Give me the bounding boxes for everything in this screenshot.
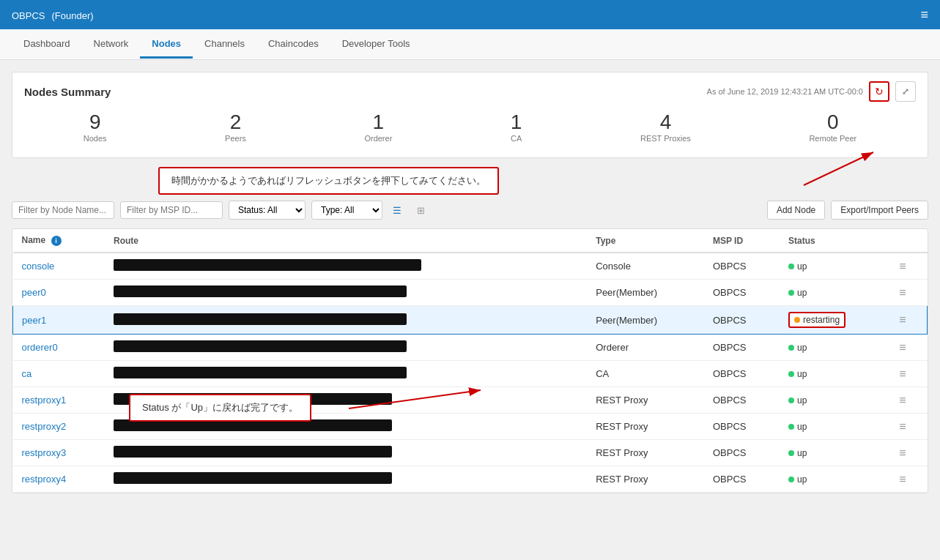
expand-icon: ⤢ — [902, 86, 909, 97]
stat-ca-label: CA — [511, 134, 522, 143]
col-msp-id: MSP ID — [704, 229, 780, 253]
status-text: up — [797, 369, 807, 379]
node-name-link[interactable]: console — [22, 261, 55, 272]
col-route: Route — [105, 229, 587, 253]
node-msp-id: OBPCS — [704, 361, 780, 387]
route-bar — [114, 259, 421, 271]
status-dot — [788, 477, 794, 482]
node-type: Peer(Member) — [587, 280, 704, 306]
stat-orderer-value: 1 — [373, 111, 385, 134]
node-name-link[interactable]: orderer0 — [22, 342, 58, 353]
stat-rest-proxies-value: 4 — [660, 111, 672, 134]
callout-refresh: 時間がかかるようであればリフレッシュボタンを押下してみてください。 — [158, 167, 499, 195]
node-msp-id: OBPCS — [704, 440, 780, 466]
header: OBPCS (Founder) ≡ — [0, 0, 940, 29]
expand-button[interactable]: ⤢ — [895, 81, 916, 102]
row-menu-icon[interactable]: ≡ — [899, 420, 906, 433]
col-status: Status — [780, 229, 890, 253]
status-badge-restarting: restarting — [788, 312, 845, 328]
row-menu-icon[interactable]: ≡ — [899, 473, 906, 485]
status-badge-up: up — [788, 474, 807, 485]
col-actions — [890, 229, 927, 253]
row-menu-icon[interactable]: ≡ — [899, 341, 906, 354]
nodes-table: Name i Route Type MSP ID Status consoleC… — [12, 229, 928, 493]
nav-item-network[interactable]: Network — [82, 31, 141, 59]
filter-type-select[interactable]: Type: All — [311, 201, 382, 220]
status-badge-up: up — [788, 343, 807, 353]
table-row: peer0Peer(Member)OBPCS up ≡ — [13, 280, 928, 306]
status-dot — [788, 264, 794, 269]
callout-status: Status が「Up」に戻れば完了です。 — [129, 394, 311, 422]
table-body: consoleConsoleOBPCS up ≡peer0Peer(Member… — [13, 253, 928, 493]
refresh-icon: ↻ — [875, 86, 884, 97]
filter-node-name-input[interactable] — [12, 201, 114, 219]
main-content: Nodes Summary As of June 12, 2019 12:43:… — [0, 60, 940, 505]
nav-item-nodes[interactable]: Nodes — [140, 31, 193, 59]
status-text: up — [797, 395, 807, 406]
stat-ca: 1 CA — [511, 111, 522, 143]
node-name-link[interactable]: peer1 — [22, 315, 46, 326]
header-brand: OBPCS (Founder) — [12, 7, 94, 23]
table-header: Name i Route Type MSP ID Status — [13, 229, 928, 253]
refresh-button[interactable]: ↻ — [869, 81, 889, 102]
list-view-icon[interactable]: ☰ — [388, 201, 406, 219]
node-type: Orderer — [587, 335, 704, 361]
stat-rest-proxies: 4 REST Proxies — [640, 111, 691, 143]
nav-item-dashboard[interactable]: Dashboard — [12, 31, 82, 59]
route-bar — [114, 472, 392, 484]
stat-orderer: 1 Orderer — [364, 111, 392, 143]
row-menu-icon[interactable]: ≡ — [899, 313, 906, 326]
status-dot — [794, 317, 800, 323]
add-node-button[interactable]: Add Node — [767, 201, 825, 220]
table-row: caCAOBPCS up ≡ — [13, 361, 928, 387]
node-name-link[interactable]: ca — [22, 368, 32, 379]
summary-title: Nodes Summary — [24, 86, 111, 98]
status-badge-up: up — [788, 395, 807, 406]
stat-nodes-label: Nodes — [84, 134, 107, 143]
node-name-link[interactable]: peer0 — [22, 287, 46, 298]
stat-remote-peer: 0 Remote Peer — [809, 111, 856, 143]
status-badge-up: up — [788, 369, 807, 379]
app-name: OBPCS — [12, 10, 45, 21]
row-menu-icon[interactable]: ≡ — [899, 447, 906, 459]
col-type: Type — [587, 229, 704, 253]
row-menu-icon[interactable]: ≡ — [899, 367, 906, 380]
node-msp-id: OBPCS — [704, 253, 780, 280]
stat-peers-value: 2 — [230, 111, 242, 134]
nav-item-channels[interactable]: Channels — [193, 31, 256, 59]
nav-bar: Dashboard Network Nodes Channels Chainco… — [0, 29, 940, 60]
stat-nodes-value: 9 — [89, 111, 101, 134]
status-badge-up: up — [788, 448, 807, 458]
filter-msp-id-input[interactable] — [120, 201, 223, 219]
route-bar — [114, 446, 392, 458]
status-badge-up: up — [788, 422, 807, 432]
nav-item-developer-tools[interactable]: Developer Tools — [330, 31, 422, 59]
status-badge-up: up — [788, 261, 807, 272]
node-type: REST Proxy — [587, 466, 704, 493]
summary-section: Nodes Summary As of June 12, 2019 12:43:… — [12, 72, 928, 195]
row-menu-icon[interactable]: ≡ — [899, 260, 906, 272]
node-name-link[interactable]: restproxy1 — [22, 395, 67, 406]
row-menu-icon[interactable]: ≡ — [899, 394, 906, 406]
node-type: CA — [587, 361, 704, 387]
stat-peers: 2 Peers — [225, 111, 246, 143]
status-text: up — [797, 448, 807, 458]
row-menu-icon[interactable]: ≡ — [899, 286, 906, 299]
filter-status-select[interactable]: Status: All — [229, 201, 306, 220]
export-import-button[interactable]: Export/Import Peers — [831, 201, 928, 220]
node-name-link[interactable]: restproxy4 — [22, 474, 67, 485]
nav-item-chaincodes[interactable]: Chaincodes — [256, 31, 330, 59]
stat-remote-peer-label: Remote Peer — [809, 134, 856, 143]
node-name-link[interactable]: restproxy2 — [22, 421, 67, 432]
node-name-link[interactable]: restproxy3 — [22, 447, 67, 458]
grid-view-icon[interactable]: ⊞ — [412, 201, 429, 219]
route-bar — [114, 285, 407, 297]
nodes-section: Status: All Type: All ☰ ⊞ Add Node Expor… — [12, 201, 928, 493]
table-row: peer1Peer(Member)OBPCS restarting ≡ — [13, 306, 928, 335]
status-dot — [788, 345, 794, 351]
table-row: restproxy4REST ProxyOBPCS up ≡ — [13, 466, 928, 493]
nodes-toolbar: Status: All Type: All ☰ ⊞ Add Node Expor… — [12, 201, 928, 220]
nodes-summary-card: Nodes Summary As of June 12, 2019 12:43:… — [12, 72, 928, 158]
stat-rest-proxies-label: REST Proxies — [640, 134, 691, 143]
header-menu-icon[interactable]: ≡ — [920, 7, 928, 23]
